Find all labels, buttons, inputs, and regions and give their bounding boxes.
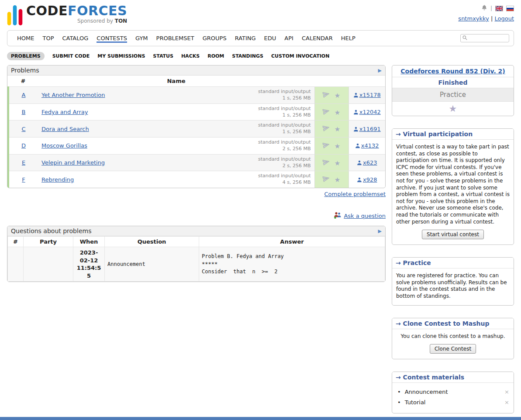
paper-plane-icon[interactable] (322, 124, 331, 134)
problem-letter-link[interactable]: A (22, 92, 26, 98)
questions-box: Questions about problems ▶ # Party When … (7, 226, 386, 282)
contest-title-link[interactable]: Codeforces Round 852 (Div. 2) (400, 68, 505, 75)
q-col-num: # (8, 237, 24, 247)
solved-count-link[interactable]: x12042 (359, 109, 381, 115)
nav-item-rating[interactable]: RATING (235, 34, 256, 43)
nav-item-api[interactable]: API (284, 34, 293, 43)
page-header: CODEFORCES Sponsored by TON | (7, 0, 514, 28)
favorite-star-icon[interactable]: ★ (335, 109, 340, 117)
separator: | (491, 15, 493, 22)
nav-item-help[interactable]: HELP (341, 34, 355, 43)
solved-count-link[interactable]: x15178 (359, 92, 381, 98)
col-header-actions (314, 76, 348, 87)
logout-link[interactable]: Logout (494, 15, 514, 22)
nav-item-edu[interactable]: EDU (264, 34, 276, 43)
q-col-answer: Answer (199, 237, 385, 247)
solved-count-link[interactable]: x4132 (361, 142, 379, 149)
nav-item-home[interactable]: HOME (17, 34, 34, 43)
problem-letter-cell: D (8, 138, 38, 155)
col-header-solved (348, 76, 385, 87)
start-virtual-contest-button[interactable]: Start virtual contest (422, 230, 484, 239)
q-col-when: When (73, 237, 105, 247)
person-icon (357, 159, 363, 166)
problem-actions-cell: ★ (314, 103, 348, 120)
problem-letter-cell: F (8, 171, 38, 188)
ask-question-link[interactable]: Ask a question (344, 213, 386, 219)
nav-item-calendar[interactable]: CALENDAR (302, 34, 333, 43)
solved-count-link[interactable]: x11691 (359, 126, 381, 132)
problem-solved-cell: x928 (348, 171, 385, 188)
paper-plane-icon[interactable] (322, 141, 331, 150)
problem-solved-cell: x623 (348, 154, 385, 171)
header-user-area: | (458, 4, 514, 27)
nav-item-top[interactable]: TOP (42, 34, 54, 43)
problem-letter-link[interactable]: F (22, 176, 25, 183)
close-icon[interactable]: × (504, 389, 509, 395)
material-tutorial-link[interactable]: Tutorial (405, 399, 504, 406)
paper-plane-icon[interactable] (322, 107, 331, 117)
nav-item-problemset[interactable]: PROBLEMSET (156, 34, 194, 43)
contest-materials-box: → Contest materials • Announcement × • T… (392, 372, 514, 413)
favorite-star-icon[interactable]: ★ (335, 176, 340, 184)
complete-problemset-link[interactable]: Complete problemset (324, 191, 386, 197)
material-announcement-link[interactable]: Announcement (405, 389, 504, 395)
problem-name-link[interactable]: Dora and Search (41, 126, 89, 132)
problem-io-limits: standard input/output4 s, 256 MB (258, 173, 311, 186)
tab-custom-invocation[interactable]: CUSTOM INVOCATION (271, 53, 329, 59)
paper-plane-icon[interactable] (322, 158, 331, 167)
nav-items: HOME TOP CATALOG CONTESTS GYM PROBLEMSET… (17, 31, 355, 46)
favorite-star-icon[interactable]: ★ (335, 92, 340, 100)
problem-row-d: D Moscow Gorillas standard input/output2… (8, 138, 385, 155)
search-input[interactable] (469, 35, 507, 41)
favorite-star-icon[interactable]: ★ (335, 142, 340, 150)
favorite-star-icon[interactable]: ★ (335, 159, 340, 167)
bell-icon[interactable] (481, 4, 487, 12)
clone-contest-title: → Clone Contest to Mashup (392, 318, 514, 329)
paper-plane-icon[interactable] (322, 175, 331, 184)
tab-standings[interactable]: STANDINGS (232, 53, 263, 59)
nav-item-catalog[interactable]: CATALOG (62, 34, 88, 43)
solved-count-link[interactable]: x928 (363, 176, 377, 183)
tab-room[interactable]: ROOM (207, 53, 224, 59)
caption-arrow-icon[interactable]: ▶ (378, 68, 382, 73)
tab-hacks[interactable]: HACKS (181, 53, 200, 59)
problem-name-link[interactable]: Moscow Gorillas (41, 142, 87, 149)
favorite-star-icon[interactable]: ★ (335, 125, 340, 133)
col-header-num: # (8, 76, 38, 87)
close-icon[interactable]: × (504, 399, 509, 406)
contest-title-row: Codeforces Round 852 (Div. 2) (392, 65, 514, 77)
question-text-cell: Announcement (105, 247, 199, 282)
problem-name-link[interactable]: Velepin and Marketing (41, 159, 105, 166)
ru-flag-icon[interactable] (506, 6, 514, 11)
paper-plane-icon[interactable] (322, 90, 331, 100)
codeforces-logo[interactable]: CODEFORCES Sponsored by TON (7, 4, 127, 27)
tab-submit-code[interactable]: SUBMIT CODE (52, 53, 90, 59)
problem-letter-link[interactable]: D (21, 142, 26, 149)
problem-name-link[interactable]: Yet Another Promotion (41, 92, 105, 98)
tab-problems[interactable]: PROBLEMS (7, 52, 45, 60)
main-nav: HOME TOP CATALOG CONTESTS GYM PROBLEMSET… (7, 30, 514, 46)
search-box (460, 34, 509, 42)
user-row: sntmxykky | Logout (458, 15, 514, 22)
problem-letter-link[interactable]: B (22, 109, 26, 115)
problem-letter-link[interactable]: C (21, 126, 25, 132)
clone-contest-button[interactable]: Clone Contest (430, 344, 476, 354)
bullet-icon: • (397, 389, 401, 395)
nav-item-groups[interactable]: GROUPS (203, 34, 227, 43)
problem-name-link[interactable]: Rebrending (41, 176, 74, 183)
problem-letter-cell: C (8, 120, 38, 138)
tab-my-submissions[interactable]: MY SUBMISSIONS (97, 53, 145, 59)
caption-arrow-icon[interactable]: ▶ (378, 228, 382, 234)
username-link[interactable]: sntmxykky (458, 15, 489, 22)
nav-item-contests[interactable]: CONTESTS (97, 34, 127, 43)
sponsored-by: Sponsored by TON (26, 18, 127, 24)
questions-caption-label: Questions about problems (11, 227, 91, 234)
contest-favorite-star-icon[interactable]: ★ (449, 103, 457, 114)
problem-letter-link[interactable]: E (22, 159, 25, 166)
contest-materials-title: → Contest materials (392, 372, 514, 383)
uk-flag-icon[interactable] (495, 6, 503, 11)
problem-name-link[interactable]: Fedya and Array (41, 109, 88, 115)
tab-status[interactable]: STATUS (153, 53, 173, 59)
solved-count-link[interactable]: x623 (363, 159, 377, 166)
nav-item-gym[interactable]: GYM (135, 34, 148, 43)
